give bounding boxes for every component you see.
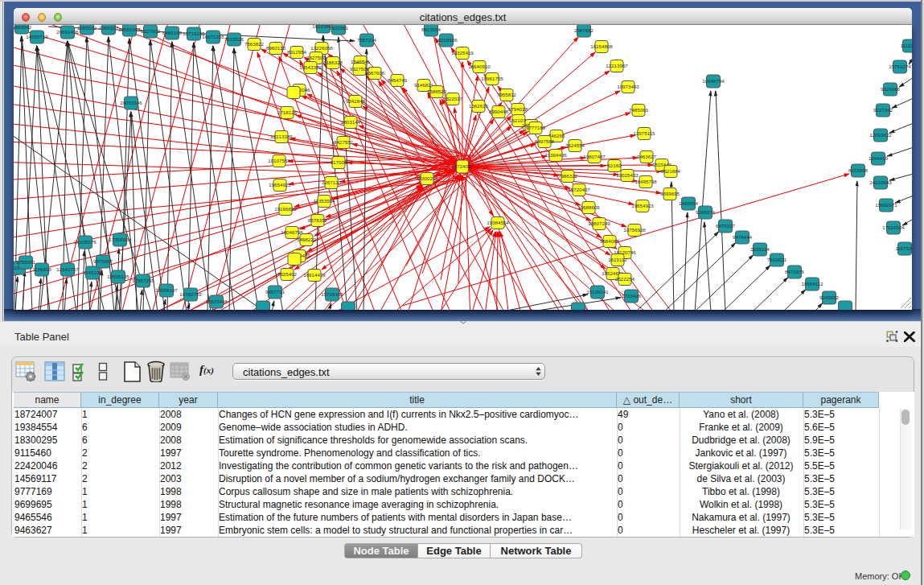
svg-text:12093822: 12093822 bbox=[869, 132, 892, 138]
svg-text:9621884: 9621884 bbox=[661, 168, 681, 174]
svg-text:1527602: 1527602 bbox=[141, 28, 161, 34]
svg-text:12975115: 12975115 bbox=[633, 130, 655, 136]
svg-text:16154808: 16154808 bbox=[590, 43, 613, 49]
svg-text:13226058: 13226058 bbox=[310, 45, 333, 51]
svg-text:1440954: 1440954 bbox=[679, 200, 699, 206]
svg-text:25300295: 25300295 bbox=[416, 175, 438, 181]
svg-text:8186328: 8186328 bbox=[323, 60, 343, 65]
svg-text:1167534: 1167534 bbox=[895, 245, 912, 251]
svg-text:7625402: 7625402 bbox=[277, 271, 298, 277]
svg-text:1065327: 1065327 bbox=[99, 25, 119, 31]
svg-text:2935114: 2935114 bbox=[750, 246, 770, 252]
svg-text:6497568: 6497568 bbox=[535, 138, 555, 144]
svg-text:8960123: 8960123 bbox=[266, 45, 286, 51]
svg-text:16648794: 16648794 bbox=[702, 78, 725, 84]
svg-text:7986322: 7986322 bbox=[558, 173, 578, 179]
svg-text:14055719: 14055719 bbox=[26, 34, 48, 39]
svg-text:19654925: 19654925 bbox=[269, 182, 291, 187]
svg-text:9227342: 9227342 bbox=[873, 107, 893, 113]
svg-text:9975887: 9975887 bbox=[93, 258, 113, 264]
svg-text:7485063: 7485063 bbox=[629, 107, 649, 113]
svg-text:16671355: 16671355 bbox=[202, 34, 224, 39]
svg-text:7955812: 7955812 bbox=[497, 92, 517, 97]
svg-text:20206576: 20206576 bbox=[74, 239, 97, 245]
svg-text:62160: 62160 bbox=[607, 163, 622, 168]
svg-text:6794028: 6794028 bbox=[508, 106, 528, 112]
svg-text:2522254: 2522254 bbox=[615, 276, 635, 282]
svg-text:10025433: 10025433 bbox=[616, 172, 639, 178]
svg-text:12213389: 12213389 bbox=[270, 134, 293, 139]
svg-text:2718126: 2718126 bbox=[277, 109, 298, 115]
svg-text:19654923: 19654923 bbox=[631, 203, 654, 208]
svg-text:10973493: 10973493 bbox=[617, 84, 639, 89]
svg-text:1362615: 1362615 bbox=[469, 103, 489, 109]
svg-text:9684067: 9684067 bbox=[600, 238, 620, 244]
svg-text:10688609: 10688609 bbox=[577, 204, 600, 210]
svg-text:6466160: 6466160 bbox=[162, 30, 183, 35]
svg-text:5755051: 5755051 bbox=[16, 259, 36, 265]
svg-text:5322037: 5322037 bbox=[443, 96, 463, 101]
svg-text:5498222: 5498222 bbox=[297, 237, 317, 242]
svg-text:8990448: 8990448 bbox=[489, 109, 509, 114]
svg-text:12213967: 12213967 bbox=[606, 63, 628, 68]
svg-text:10756928: 10756928 bbox=[623, 227, 646, 233]
svg-text:1065532: 1065532 bbox=[77, 25, 97, 31]
svg-text:1588520: 1588520 bbox=[427, 89, 447, 94]
svg-text:11353594: 11353594 bbox=[313, 198, 335, 204]
svg-text:18724007: 18724007 bbox=[451, 163, 474, 169]
svg-text:13325419: 13325419 bbox=[451, 50, 474, 56]
svg-text:10654112: 10654112 bbox=[801, 281, 823, 286]
svg-text:3267130: 3267130 bbox=[322, 179, 342, 185]
svg-text:12342757: 12342757 bbox=[56, 266, 79, 272]
svg-text:9777169: 9777169 bbox=[526, 125, 546, 130]
svg-text:21364436: 21364436 bbox=[544, 152, 567, 158]
svg-text:19218506: 19218506 bbox=[435, 37, 458, 43]
svg-text:917006: 917006 bbox=[331, 159, 347, 165]
svg-text:1156819: 1156819 bbox=[32, 266, 51, 272]
svg-text:8215958: 8215958 bbox=[848, 167, 869, 173]
svg-text:1145194: 1145194 bbox=[83, 270, 102, 275]
svg-text:2087682: 2087682 bbox=[574, 27, 594, 33]
svg-text:17359924: 17359924 bbox=[109, 237, 131, 242]
svg-text:7857224: 7857224 bbox=[357, 37, 377, 43]
svg-text:16495798: 16495798 bbox=[634, 179, 657, 184]
svg-text:12923448: 12923448 bbox=[205, 299, 228, 304]
svg-text:15751074: 15751074 bbox=[889, 64, 911, 69]
svg-text:7632621: 7632621 bbox=[767, 257, 787, 262]
svg-text:8813054: 8813054 bbox=[421, 27, 441, 32]
svg-text:8578352: 8578352 bbox=[308, 217, 328, 223]
svg-text:17957255: 17957255 bbox=[132, 278, 154, 283]
svg-text:19166829: 19166829 bbox=[274, 206, 297, 212]
svg-text:12505135: 12505135 bbox=[107, 274, 129, 279]
svg-text:20053346: 20053346 bbox=[120, 100, 142, 105]
svg-text:16914479: 16914479 bbox=[303, 272, 326, 278]
svg-text:9699695: 9699695 bbox=[660, 191, 680, 196]
svg-text:1893042: 1893042 bbox=[14, 25, 32, 30]
svg-text:1615112: 1615112 bbox=[608, 257, 627, 262]
svg-text:9329966: 9329966 bbox=[881, 86, 901, 92]
svg-text:6479197: 6479197 bbox=[716, 223, 736, 229]
svg-text:17016504: 17016504 bbox=[882, 225, 905, 230]
svg-text:1244419: 1244419 bbox=[869, 155, 889, 161]
svg-text:10655267: 10655267 bbox=[118, 27, 141, 32]
svg-text:1112203: 1112203 bbox=[900, 43, 912, 48]
svg-text:9463627: 9463627 bbox=[637, 154, 657, 159]
svg-text:10961755: 10961755 bbox=[481, 76, 503, 81]
svg-text:9242848: 9242848 bbox=[346, 98, 366, 104]
svg-text:9245652: 9245652 bbox=[819, 295, 840, 300]
svg-text:16782759: 16782759 bbox=[179, 291, 202, 297]
svg-text:15716485: 15716485 bbox=[321, 291, 343, 297]
svg-text:16640910: 16640910 bbox=[468, 64, 491, 69]
svg-text:1603381: 1603381 bbox=[329, 25, 349, 31]
svg-text:20691406: 20691406 bbox=[56, 29, 79, 35]
svg-text:15692971: 15692971 bbox=[875, 202, 897, 208]
svg-text:9457791: 9457791 bbox=[265, 289, 285, 295]
svg-text:2367608: 2367608 bbox=[365, 70, 385, 76]
svg-text:8427552: 8427552 bbox=[334, 139, 354, 145]
svg-text:8454749: 8454749 bbox=[388, 77, 408, 83]
svg-text:1733426: 1733426 bbox=[622, 293, 642, 299]
svg-text:15720407: 15720407 bbox=[568, 187, 590, 192]
svg-text:10958107: 10958107 bbox=[155, 287, 178, 293]
svg-text:19384554: 19384554 bbox=[487, 220, 509, 225]
svg-text:8912954: 8912954 bbox=[287, 49, 307, 55]
